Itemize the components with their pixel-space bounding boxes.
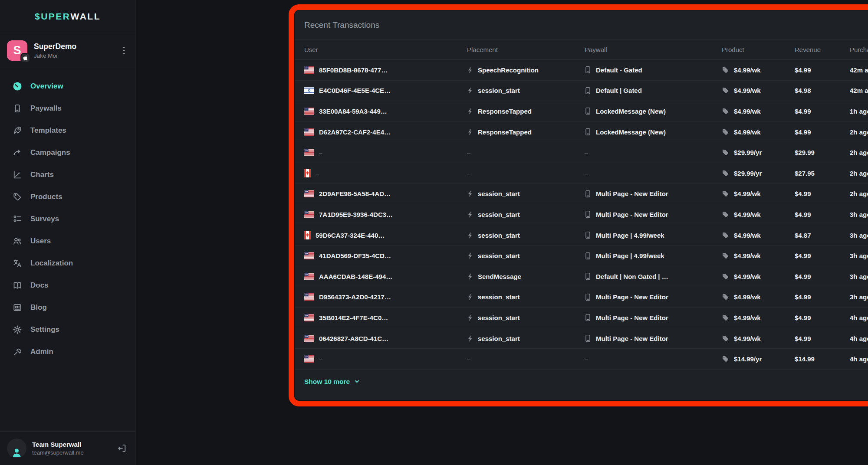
- table-row[interactable]: – – – $29.99/yr $27.95 2h ago Renewal: [295, 163, 868, 184]
- users-icon: [13, 236, 22, 246]
- table-row[interactable]: – – – $29.99/yr $29.99 2h ago Renewal: [295, 142, 868, 163]
- sidebar-item-localization[interactable]: Localization: [0, 252, 135, 274]
- tag-icon: [722, 335, 729, 342]
- app-switcher[interactable]: S SuperDemo Jake Mor: [0, 33, 135, 68]
- sidebar-item-overview[interactable]: Overview: [0, 75, 135, 97]
- table-row[interactable]: D62A97C2-CAF2-4E4… ResponseTapped Locked…: [295, 122, 868, 143]
- product: $4.99/wk: [734, 252, 761, 259]
- revenue: $4.99: [795, 273, 811, 280]
- user-id: 33E00A84-59A3-449…: [319, 108, 387, 115]
- paywall-cell: Multi Page - New Editor: [585, 190, 722, 198]
- purchased: 3h ago: [850, 232, 868, 239]
- paywall: –: [585, 170, 588, 177]
- country-flag: [304, 149, 314, 156]
- country-flag: [304, 66, 314, 74]
- sidebar-item-admin[interactable]: Admin: [0, 341, 135, 363]
- logo-accent: $UPER: [35, 11, 71, 22]
- product: $14.99/yr: [734, 355, 762, 363]
- placement: session_start: [478, 252, 520, 259]
- tag-icon: [722, 273, 729, 280]
- sidebar-item-templates[interactable]: Templates: [0, 119, 135, 141]
- sidebar-item-blog[interactable]: Blog: [0, 296, 135, 318]
- product: $4.99/wk: [734, 335, 761, 342]
- product-cell: $4.99/wk: [722, 252, 795, 259]
- blog-icon: [13, 303, 22, 312]
- placement-cell: session_start: [467, 87, 585, 94]
- show-more-button[interactable]: Show 10 more: [304, 378, 360, 386]
- purchased-cell: 3h ago: [850, 293, 868, 301]
- revenue-cell: $27.95: [795, 170, 850, 177]
- table-row[interactable]: 2D9AFE98-5A58-4AD… session_start Multi P…: [295, 184, 868, 205]
- placement: session_start: [478, 211, 520, 218]
- table-row[interactable]: E4C0D46F-4E5E-4CE… session_start Default…: [295, 81, 868, 102]
- bolt-icon: [467, 314, 473, 321]
- tag-icon: [722, 232, 729, 239]
- tag-icon: [722, 293, 729, 301]
- revenue-cell: $4.98: [795, 87, 850, 94]
- revenue-cell: $4.99: [795, 190, 850, 197]
- placement: session_start: [478, 335, 520, 342]
- kebab-menu-icon[interactable]: [121, 44, 128, 57]
- table-row[interactable]: D9564373-A2D0-4217… session_start Multi …: [295, 287, 868, 308]
- table-row[interactable]: 33E00A84-59A3-449… ResponseTapped Locked…: [295, 101, 868, 122]
- card-header: Recent Transactions Main Events: [295, 10, 868, 40]
- paywall-phone-icon: [585, 190, 591, 198]
- table-row[interactable]: 06426827-A8CD-41C… session_start Multi P…: [295, 328, 868, 349]
- paywall-phone-icon: [585, 334, 591, 342]
- product: $4.99/wk: [734, 128, 761, 136]
- purchased-cell: 2h ago: [850, 149, 868, 156]
- app-owner: Jake Mor: [34, 52, 76, 59]
- sidebar-item-settings[interactable]: Settings: [0, 318, 135, 341]
- sidebar-item-users[interactable]: Users: [0, 230, 135, 252]
- paywall: –: [585, 355, 588, 363]
- tag-icon: [722, 190, 729, 197]
- paywall-cell: Multi Page - New Editor: [585, 334, 722, 342]
- user-cell: 85F0BD8B-8678-477…: [304, 66, 467, 74]
- table-row[interactable]: 41DAD569-DF35-4CD… session_start Multi P…: [295, 246, 868, 266]
- table-row[interactable]: 35B014E2-4F7E-4C0… session_start Multi P…: [295, 308, 868, 328]
- user-cell: 33E00A84-59A3-449…: [304, 108, 467, 115]
- product: $4.99/wk: [734, 108, 761, 115]
- revenue-cell: $4.99: [795, 211, 850, 218]
- product: $4.99/wk: [734, 273, 761, 280]
- sidebar-item-surveys[interactable]: Surveys: [0, 208, 135, 230]
- table-row[interactable]: AAA6CDAB-148E-494… SendMessage Default |…: [295, 266, 868, 287]
- table-row[interactable]: – – – $14.99/yr $14.99 4h ago Renewal: [295, 349, 868, 370]
- revenue: $27.95: [795, 170, 815, 177]
- country-flag: [304, 355, 314, 363]
- user-cell: AAA6CDAB-148E-494…: [304, 273, 467, 280]
- paywall-cell: Multi Page - New Editor: [585, 314, 722, 321]
- placement: session_start: [478, 293, 520, 301]
- phone-icon: [13, 104, 22, 113]
- country-flag: [304, 87, 314, 94]
- placement-cell: session_start: [467, 211, 585, 218]
- purchased-cell: 3h ago: [850, 232, 868, 239]
- table-footer: Show 10 more: [295, 370, 868, 394]
- revenue: $4.99: [795, 190, 811, 197]
- revenue: $4.99: [795, 335, 811, 342]
- sidebar-item-products[interactable]: Products: [0, 186, 135, 208]
- table-row[interactable]: 85F0BD8B-8678-477… SpeechRecognition Def…: [295, 60, 868, 81]
- product-cell: $4.99/wk: [722, 66, 795, 74]
- tag-icon: [722, 252, 729, 259]
- sidebar-item-docs[interactable]: Docs: [0, 274, 135, 296]
- sidebar-item-paywalls[interactable]: Paywalls: [0, 97, 135, 119]
- account-email: team@superwall.me: [32, 449, 84, 456]
- paywall-cell: –: [585, 170, 722, 177]
- paywall-phone-icon: [585, 128, 591, 136]
- table-row[interactable]: 59D6CA37-324E-440… session_start Multi P…: [295, 225, 868, 246]
- logout-icon[interactable]: [117, 443, 127, 453]
- sidebar-item-label: Charts: [30, 170, 54, 179]
- purchased-cell: 4h ago: [850, 314, 868, 321]
- user-id: –: [316, 170, 319, 177]
- paywall-phone-icon: [585, 293, 591, 301]
- placement: –: [467, 149, 470, 156]
- placement: SpeechRecognition: [478, 66, 539, 74]
- purchased: 2h ago: [850, 190, 868, 197]
- logo-rest: WALL: [71, 11, 101, 22]
- sidebar-item-campaigns[interactable]: Campaigns: [0, 141, 135, 164]
- paywall: Multi Page - New Editor: [596, 190, 668, 197]
- table-row[interactable]: 7A1D95E9-3936-4DC3… session_start Multi …: [295, 204, 868, 225]
- placement-cell: session_start: [467, 293, 585, 301]
- sidebar-item-charts[interactable]: Charts: [0, 164, 135, 186]
